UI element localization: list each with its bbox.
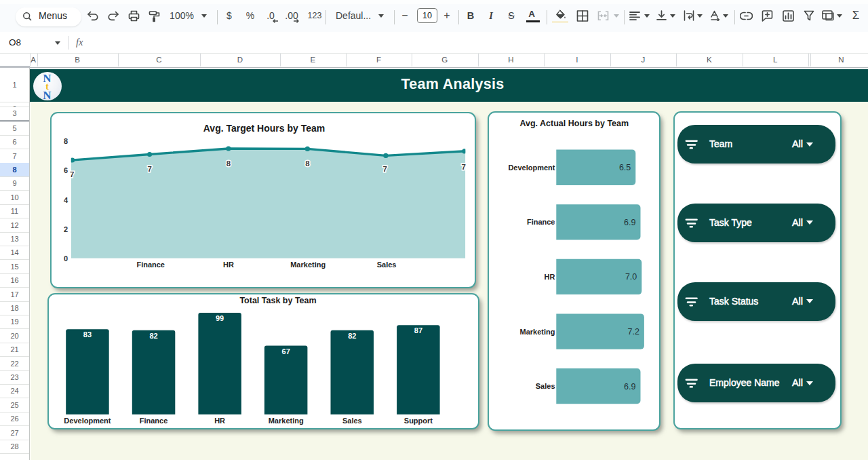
svg-text:Support: Support bbox=[404, 417, 433, 425]
svg-text:99: 99 bbox=[216, 314, 224, 322]
svg-text:83: 83 bbox=[83, 330, 92, 339]
svg-text:Sales: Sales bbox=[536, 382, 555, 390]
svg-text:7.0: 7.0 bbox=[625, 272, 637, 282]
svg-text:8: 8 bbox=[226, 159, 231, 168]
svg-text:7: 7 bbox=[462, 163, 466, 171]
svg-text:Marketing: Marketing bbox=[269, 417, 304, 425]
svg-text:82: 82 bbox=[348, 332, 356, 340]
svg-text:7: 7 bbox=[382, 165, 387, 173]
svg-text:Sales: Sales bbox=[377, 261, 397, 269]
svg-text:0: 0 bbox=[64, 254, 68, 263]
svg-text:7: 7 bbox=[70, 170, 74, 178]
svg-text:Development: Development bbox=[508, 164, 555, 172]
svg-text:Finance: Finance bbox=[140, 417, 168, 425]
svg-text:7.2: 7.2 bbox=[628, 327, 639, 337]
svg-text:Sales: Sales bbox=[342, 417, 362, 425]
svg-text:8: 8 bbox=[64, 137, 68, 145]
svg-text:2: 2 bbox=[64, 225, 68, 233]
svg-text:67: 67 bbox=[282, 347, 290, 356]
svg-text:6.9: 6.9 bbox=[624, 382, 635, 391]
svg-text:Finance: Finance bbox=[527, 218, 555, 226]
svg-text:6.5: 6.5 bbox=[619, 163, 631, 172]
svg-text:7: 7 bbox=[147, 165, 151, 173]
svg-text:87: 87 bbox=[414, 326, 422, 334]
svg-text:4: 4 bbox=[64, 196, 68, 204]
svg-text:6: 6 bbox=[64, 166, 68, 174]
svg-text:Development: Development bbox=[64, 417, 111, 425]
svg-text:8: 8 bbox=[305, 159, 310, 168]
svg-text:Marketing: Marketing bbox=[290, 261, 326, 269]
svg-text:Marketing: Marketing bbox=[520, 328, 555, 336]
svg-text:HR: HR bbox=[545, 273, 555, 281]
svg-text:Total Task by Team: Total Task by Team bbox=[239, 296, 316, 305]
svg-text:6.9: 6.9 bbox=[624, 218, 635, 227]
svg-text:HR: HR bbox=[223, 261, 234, 269]
svg-text:82: 82 bbox=[149, 332, 157, 340]
svg-text:Avg. Target Hours by Team: Avg. Target Hours by Team bbox=[203, 123, 325, 134]
svg-text:Finance: Finance bbox=[136, 261, 165, 269]
svg-text:HR: HR bbox=[214, 417, 225, 425]
svg-text:Avg. Actual Hours by Team: Avg. Actual Hours by Team bbox=[519, 119, 629, 128]
